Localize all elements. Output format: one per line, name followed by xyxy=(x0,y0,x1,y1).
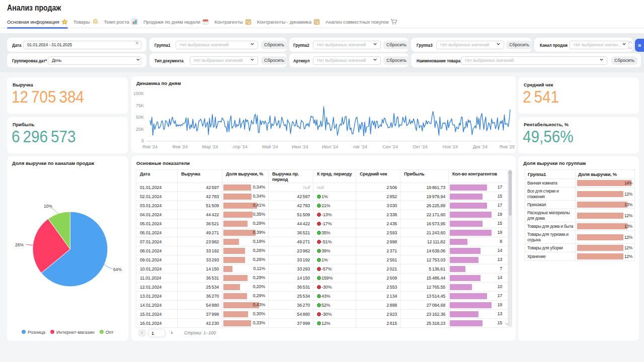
svg-text:75K: 75K xyxy=(136,103,144,108)
svg-text:Дек '24: Дек '24 xyxy=(473,144,488,149)
svg-text:Апр '24: Апр '24 xyxy=(232,144,248,149)
svg-text:10%: 10% xyxy=(44,204,52,209)
svg-text:26%: 26% xyxy=(15,242,24,247)
svg-text:25K: 25K xyxy=(136,127,144,132)
svg-text:64%: 64% xyxy=(113,267,122,272)
svg-text:Янв '25: Янв '25 xyxy=(500,144,515,149)
svg-text:Июн '24: Июн '24 xyxy=(292,144,308,149)
svg-text:Май '24: Май '24 xyxy=(262,144,278,149)
svg-text:50K: 50K xyxy=(136,115,144,120)
svg-text:Авг '24: Авг '24 xyxy=(353,144,367,149)
svg-text:0: 0 xyxy=(141,138,144,143)
svg-text:Мар '24: Мар '24 xyxy=(202,144,218,149)
svg-text:100K: 100K xyxy=(133,91,144,96)
svg-text:Окт '24: Окт '24 xyxy=(413,144,427,149)
svg-text:Сен '24: Сен '24 xyxy=(382,144,398,149)
svg-text:Июл '24: Июл '24 xyxy=(322,144,339,149)
svg-text:Фев '24: Фев '24 xyxy=(172,144,188,149)
svg-text:Янв '24: Янв '24 xyxy=(142,144,157,149)
svg-text:Ноя '24: Ноя '24 xyxy=(442,144,458,149)
